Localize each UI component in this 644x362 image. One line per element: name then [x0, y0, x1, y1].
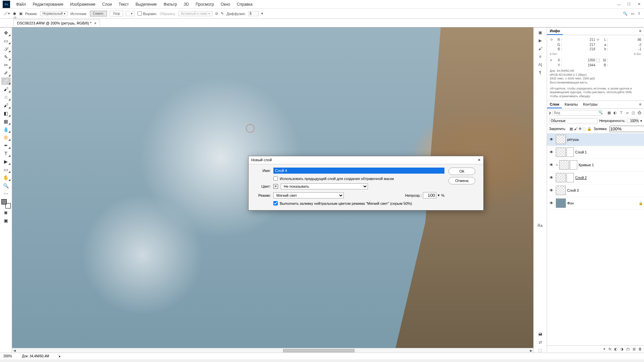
layer-blend-dd[interactable]: Обычные [549, 118, 598, 123]
menu-select[interactable]: Выделение [132, 1, 160, 8]
panel-menu-icon[interactable]: ≡ [637, 27, 644, 35]
history-icon[interactable]: ▣ [538, 30, 542, 35]
layer-row[interactable]: 👁⤷Кривые 1 [547, 159, 644, 172]
eraser-tool[interactable]: ◧ [1, 110, 11, 117]
filter-smart[interactable]: ◫ [631, 111, 636, 115]
layer-name[interactable]: Слой 3 [567, 188, 579, 192]
visibility-icon[interactable]: 👁 [548, 163, 554, 167]
pen-tool[interactable]: ✒ [1, 142, 11, 149]
styles-icon[interactable]: A| [538, 62, 542, 67]
diff-input[interactable] [249, 11, 259, 16]
adjust-icon[interactable]: ⇄ [539, 340, 542, 345]
menu-filter[interactable]: Фильтр [160, 1, 180, 8]
adj-icon[interactable]: ◑ [620, 347, 624, 351]
layers-tab[interactable]: Слои [547, 101, 562, 108]
pressure-icon[interactable]: ✎ [221, 11, 224, 16]
filter-shape[interactable]: ▱ [625, 111, 630, 115]
close-tab-icon[interactable]: × [94, 21, 96, 25]
eyedropper-tool[interactable]: ✐ [1, 69, 11, 77]
info-tab[interactable]: Инфо [547, 27, 563, 35]
visibility-icon[interactable]: 👁 [548, 201, 554, 205]
clip-mask-chk[interactable] [273, 176, 278, 181]
new-layer-icon[interactable]: ⊞ [633, 347, 636, 351]
scroll-h[interactable]: ◀ ▶ [12, 348, 533, 353]
healing-tool[interactable]: 🩹 [1, 77, 11, 85]
layer-name[interactable]: Фон [567, 201, 574, 205]
brushes-icon[interactable]: 🖌 [538, 46, 542, 51]
source-sampled[interactable]: Семпл. [90, 11, 107, 16]
sample-dd[interactable]: Активный и ниже ▾ [178, 11, 212, 16]
layer-thumb[interactable] [559, 160, 569, 170]
align-icon[interactable]: ≡ [539, 54, 541, 59]
layer-name-input[interactable] [273, 168, 444, 174]
layers-menu-icon[interactable]: ≡ [637, 101, 644, 108]
mask-icon[interactable]: ◐ [614, 347, 618, 351]
visibility-icon[interactable]: 👁 [548, 137, 554, 142]
color-swatches[interactable] [1, 199, 11, 208]
lock-trans-icon[interactable]: ▩ [570, 127, 573, 131]
dodge-tool[interactable]: 🔅 [1, 134, 11, 141]
layer-thumb[interactable] [556, 198, 566, 208]
lock-all-icon[interactable]: 🔒 [587, 127, 592, 131]
aligned-chk[interactable] [138, 11, 142, 16]
shape-tool[interactable]: ▭ [1, 166, 11, 173]
visibility-icon[interactable]: 👁 [548, 175, 554, 180]
menu-layers[interactable]: Слои [99, 1, 115, 8]
marquee-tool[interactable]: ▭ [1, 37, 11, 45]
screen-mode[interactable]: ▣ [1, 217, 11, 224]
menu-3d[interactable]: 3D [180, 1, 192, 8]
layer-thumb[interactable] [556, 186, 566, 195]
layer-mask-thumb[interactable] [567, 173, 574, 182]
quick-select-tool[interactable]: ✎ [1, 53, 11, 61]
visibility-icon[interactable]: 👁 [548, 150, 554, 155]
document-tab[interactable]: DSC06223.ARW @ 200% (ретушь, RGB/8) * × [13, 19, 100, 26]
lock-pos-icon[interactable]: ✥ [579, 127, 582, 131]
filter-toggle[interactable]: ⏻ [637, 111, 642, 115]
crop-tool[interactable]: ✂ [1, 61, 11, 69]
layer-row[interactable]: 👁Фон🔒 [547, 197, 644, 210]
layer-row[interactable]: 👁Слой 1 [547, 146, 644, 159]
channels-tab[interactable]: Каналы [562, 101, 580, 108]
blend-mode-dd[interactable]: Нормальный ▾ [40, 11, 68, 16]
layer-mode-dd[interactable]: Мягкий свет [273, 192, 344, 198]
workspace-icon[interactable]: ▭ [631, 11, 634, 16]
filter-adj[interactable]: ◐ [612, 111, 618, 115]
cancel-button[interactable]: Отмена [448, 177, 475, 184]
gradient-tool[interactable]: ▦ [1, 118, 11, 125]
layer-row[interactable]: 👁Слой 2 [547, 172, 644, 184]
fill-neutral-chk[interactable] [273, 201, 278, 205]
lasso-tool[interactable]: 𝒮 [1, 45, 11, 53]
lock-nest-icon[interactable]: ⬚ [583, 127, 586, 131]
window-min[interactable]: — [614, 0, 624, 9]
filter-pixel[interactable]: ▩ [606, 111, 612, 115]
fx-icon[interactable]: fx [608, 347, 611, 351]
libraries-icon[interactable]: 🏔 [538, 332, 542, 337]
search-icon[interactable]: 🔍 [623, 11, 628, 16]
source-pattern[interactable]: Узор [110, 11, 123, 16]
layer-opacity[interactable] [627, 119, 639, 123]
layer-color-dd[interactable]: Не показывать [281, 183, 368, 189]
path-select-tool[interactable]: ▶ [1, 158, 11, 165]
layer-name[interactable]: Кривые 1 [579, 163, 594, 167]
type-tool[interactable]: T [1, 150, 11, 157]
learn-icon[interactable]: Rᴀ [538, 223, 543, 228]
layer-name[interactable]: Слой 2 [575, 176, 587, 180]
paths-tab[interactable]: Контуры [580, 101, 600, 108]
menu-help[interactable]: Справка [233, 1, 256, 8]
window-close[interactable]: ✕ [634, 0, 644, 9]
brush-size[interactable]: 15 [13, 16, 16, 19]
tool-preset-icon[interactable]: 🩹▾ [3, 11, 10, 16]
share-icon[interactable]: ⇪ [638, 11, 641, 16]
brush-panel-icon[interactable]: ▣ [19, 11, 22, 16]
stamp-tool[interactable]: ⎍ [1, 94, 11, 101]
menu-window[interactable]: Окно [217, 1, 233, 8]
ok-button[interactable]: ОК [448, 168, 475, 175]
window-max[interactable]: ☐ [624, 0, 634, 9]
layer-mask-thumb[interactable] [567, 147, 574, 157]
paragraph-icon[interactable]: ¶ [539, 70, 541, 75]
zoom-value[interactable]: 200% [3, 354, 12, 358]
layer-mask-thumb[interactable] [570, 160, 577, 170]
blur-tool[interactable]: 💧 [1, 126, 11, 133]
link-icon[interactable]: ⚭ [603, 347, 606, 351]
menu-view[interactable]: Просмотр [192, 1, 217, 8]
